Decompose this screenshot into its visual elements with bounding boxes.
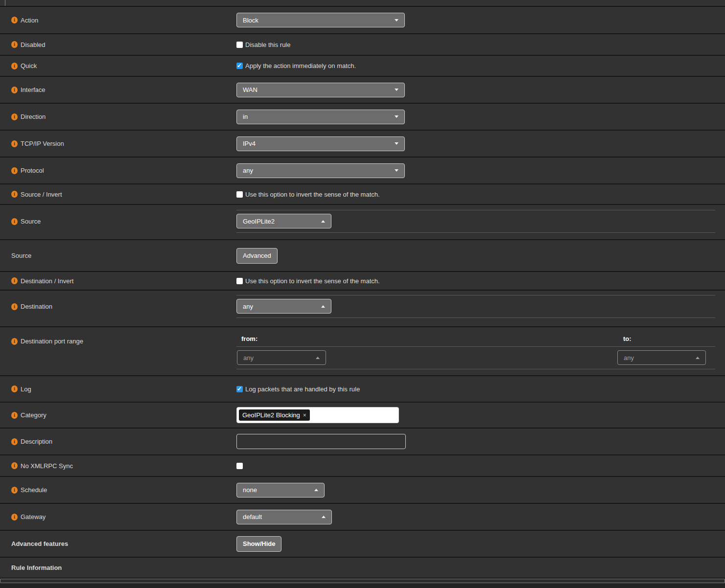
source-advanced-button[interactable]: Advanced	[236, 248, 278, 264]
row-rule-information: Rule Information	[0, 558, 725, 579]
info-icon[interactable]	[11, 303, 18, 310]
chevron-up-icon	[322, 516, 326, 518]
gateway-select-value: default	[243, 513, 262, 520]
port-from-select-value: any	[243, 354, 254, 362]
schedule-select[interactable]: none	[236, 483, 325, 498]
divider	[236, 210, 715, 210]
remove-tag-icon[interactable]: ×	[303, 412, 306, 418]
table-top-edge	[0, 0, 725, 7]
chevron-down-icon	[395, 115, 398, 118]
info-icon[interactable]	[11, 277, 18, 284]
description-input[interactable]	[236, 434, 406, 449]
row-direction: Direction in	[0, 104, 725, 131]
interface-select-value: WAN	[243, 86, 257, 93]
category-input[interactable]: GeoIPLite2 Blocking ×	[236, 407, 399, 423]
disabled-checkbox-label[interactable]: Disable this rule	[245, 41, 291, 48]
info-icon[interactable]	[11, 385, 18, 392]
row-schedule: Schedule none	[0, 477, 725, 504]
quick-checkbox[interactable]	[236, 63, 243, 69]
ip-version-select[interactable]: IPv4	[236, 136, 405, 151]
row-source-invert: Source / Invert Use this option to inver…	[0, 184, 725, 205]
info-icon[interactable]	[11, 41, 18, 48]
field-label: Category	[21, 412, 47, 418]
chevron-up-icon	[314, 489, 318, 491]
chevron-up-icon	[321, 220, 325, 223]
port-from-select[interactable]: any	[237, 350, 326, 365]
row-interface: Interface WAN	[0, 77, 725, 104]
destination-select[interactable]: any	[236, 299, 331, 314]
info-icon[interactable]	[11, 87, 18, 93]
source-select-value: GeoIPLite2	[243, 218, 275, 225]
category-tag: GeoIPLite2 Blocking ×	[239, 409, 310, 421]
divider	[236, 369, 715, 369]
action-select[interactable]: Block	[236, 13, 405, 27]
protocol-select[interactable]: any	[236, 163, 405, 178]
source-select[interactable]: GeoIPLite2	[236, 214, 331, 228]
destination-invert-checkbox[interactable]	[236, 278, 243, 284]
info-icon[interactable]	[11, 514, 18, 520]
row-advanced-features: Advanced features Show/Hide	[0, 531, 725, 558]
action-select-value: Block	[243, 17, 258, 24]
destination-invert-checkbox-label[interactable]: Use this option to invert the sense of t…	[245, 277, 380, 285]
info-icon[interactable]	[11, 167, 18, 174]
interface-select[interactable]: WAN	[236, 83, 405, 97]
gateway-select[interactable]: default	[236, 510, 332, 524]
divider	[236, 232, 715, 233]
log-checkbox-label[interactable]: Log packets that are handled by this rul…	[245, 385, 360, 393]
chevron-up-icon	[321, 305, 325, 308]
log-checkbox[interactable]	[236, 386, 243, 392]
field-label: Rule Information	[11, 565, 62, 571]
row-destination: Destination any	[0, 291, 725, 327]
field-label: TCP/IP Version	[21, 140, 64, 147]
info-icon[interactable]	[11, 191, 18, 198]
row-destination-port-range: Destination port range from: to: any	[0, 327, 725, 376]
chevron-up-icon	[316, 357, 320, 359]
chevron-down-icon	[395, 19, 398, 22]
info-icon[interactable]	[11, 63, 18, 69]
row-destination-invert: Destination / Invert Use this option to …	[0, 272, 725, 291]
row-category: Category GeoIPLite2 Blocking ×	[0, 403, 725, 429]
row-no-xmlrpc-sync: No XMLRPC Sync	[0, 455, 725, 477]
protocol-select-value: any	[243, 167, 253, 174]
info-icon[interactable]	[11, 487, 18, 494]
ip-version-select-value: IPv4	[243, 140, 256, 147]
row-action: Action Block	[0, 7, 725, 34]
info-icon[interactable]	[11, 412, 18, 419]
port-to-label: to:	[622, 335, 715, 342]
chevron-down-icon	[395, 142, 398, 145]
destination-select-value: any	[243, 303, 253, 310]
row-protocol: Protocol any	[0, 158, 725, 184]
source-invert-checkbox[interactable]	[236, 191, 243, 198]
row-quick: Quick Apply the action immediately on ma…	[0, 56, 725, 77]
info-icon[interactable]	[11, 218, 18, 225]
rule-form-table: Action Block Disabled Disable this rule …	[0, 0, 725, 579]
info-icon[interactable]	[11, 462, 18, 469]
info-icon[interactable]	[11, 140, 18, 147]
quick-checkbox-label[interactable]: Apply the action immediately on match.	[245, 62, 356, 69]
field-label: Advanced features	[11, 541, 68, 547]
info-icon[interactable]	[11, 338, 18, 345]
port-to-select-value: any	[624, 354, 634, 362]
no-xmlrpc-checkbox[interactable]	[236, 463, 243, 469]
disabled-checkbox[interactable]	[236, 42, 243, 48]
port-from-label: from:	[236, 335, 622, 342]
info-icon[interactable]	[11, 113, 18, 120]
horizontal-scrollbar[interactable]	[0, 579, 725, 583]
field-label: Interface	[21, 87, 46, 93]
source-invert-checkbox-label[interactable]: Use this option to invert the sense of t…	[245, 191, 380, 198]
field-label: Destination port range	[21, 338, 83, 344]
page-background	[0, 583, 725, 588]
direction-select[interactable]: in	[236, 110, 405, 124]
field-label: No XMLRPC Sync	[21, 463, 73, 469]
field-label: Protocol	[21, 167, 44, 174]
field-label: Source	[11, 252, 31, 259]
chevron-down-icon	[395, 89, 398, 91]
field-label: Description	[21, 438, 52, 445]
divider	[236, 295, 715, 295]
port-to-select[interactable]: any	[617, 350, 706, 365]
info-icon[interactable]	[11, 438, 18, 445]
info-icon[interactable]	[11, 17, 18, 23]
field-label: Direction	[21, 113, 46, 120]
advanced-features-toggle-button[interactable]: Show/Hide	[236, 536, 281, 552]
row-log: Log Log packets that are handled by this…	[0, 376, 725, 403]
